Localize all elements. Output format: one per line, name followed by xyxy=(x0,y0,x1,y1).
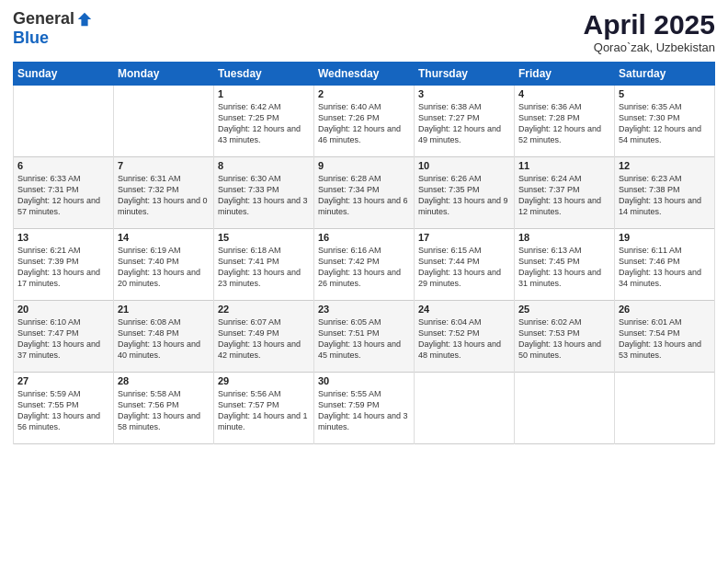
day-number: 11 xyxy=(518,160,610,171)
day-number: 15 xyxy=(218,232,310,243)
cell-content: Sunrise: 6:07 AM Sunset: 7:49 PM Dayligh… xyxy=(218,316,310,362)
cell-content: Sunrise: 5:59 AM Sunset: 7:55 PM Dayligh… xyxy=(17,388,109,433)
main-title: April 2025 xyxy=(584,9,715,40)
cell-1-5: 3Sunrise: 6:38 AM Sunset: 7:27 PM Daylig… xyxy=(415,86,515,157)
cell-5-4: 30Sunrise: 5:55 AM Sunset: 7:59 PM Dayli… xyxy=(314,373,415,444)
header-row: Sunday Monday Tuesday Wednesday Thursday… xyxy=(14,63,715,86)
day-number: 3 xyxy=(418,88,510,99)
day-number: 9 xyxy=(318,160,410,171)
cell-3-2: 14Sunrise: 6:19 AM Sunset: 7:40 PM Dayli… xyxy=(114,229,214,301)
day-number: 17 xyxy=(418,232,510,243)
cell-2-4: 9Sunrise: 6:28 AM Sunset: 7:34 PM Daylig… xyxy=(314,157,415,229)
cell-4-2: 21Sunrise: 6:08 AM Sunset: 7:48 PM Dayli… xyxy=(114,301,214,373)
cell-content: Sunrise: 6:30 AM Sunset: 7:33 PM Dayligh… xyxy=(218,173,310,218)
day-number: 25 xyxy=(518,304,610,315)
cell-content: Sunrise: 6:26 AM Sunset: 7:35 PM Dayligh… xyxy=(418,173,510,218)
day-number: 6 xyxy=(17,160,109,171)
day-number: 30 xyxy=(318,375,410,386)
week-row-4: 20Sunrise: 6:10 AM Sunset: 7:47 PM Dayli… xyxy=(14,301,715,373)
cell-content: Sunrise: 6:18 AM Sunset: 7:41 PM Dayligh… xyxy=(218,245,310,290)
cell-4-6: 25Sunrise: 6:02 AM Sunset: 7:53 PM Dayli… xyxy=(515,301,615,373)
day-number: 23 xyxy=(318,304,410,315)
cell-content: Sunrise: 6:38 AM Sunset: 7:27 PM Dayligh… xyxy=(418,101,510,146)
week-row-5: 27Sunrise: 5:59 AM Sunset: 7:55 PM Dayli… xyxy=(14,373,715,444)
cell-4-4: 23Sunrise: 6:05 AM Sunset: 7:51 PM Dayli… xyxy=(314,301,415,373)
title-block: April 2025 Qorao`zak, Uzbekistan xyxy=(584,9,715,54)
cell-1-6: 4Sunrise: 6:36 AM Sunset: 7:28 PM Daylig… xyxy=(515,86,615,157)
day-number: 13 xyxy=(17,232,109,243)
col-friday: Friday xyxy=(515,63,615,86)
col-wednesday: Wednesday xyxy=(314,63,415,86)
logo-blue: Blue xyxy=(13,29,49,48)
cell-content: Sunrise: 6:31 AM Sunset: 7:32 PM Dayligh… xyxy=(118,173,210,218)
week-row-2: 6Sunrise: 6:33 AM Sunset: 7:31 PM Daylig… xyxy=(14,157,715,229)
cell-content: Sunrise: 6:05 AM Sunset: 7:51 PM Dayligh… xyxy=(318,316,410,362)
week-row-1: 1Sunrise: 6:42 AM Sunset: 7:25 PM Daylig… xyxy=(14,86,715,157)
calendar-table: Sunday Monday Tuesday Wednesday Thursday… xyxy=(13,62,715,444)
cell-5-5 xyxy=(415,373,515,444)
day-number: 19 xyxy=(619,232,711,243)
cell-content: Sunrise: 6:24 AM Sunset: 7:37 PM Dayligh… xyxy=(518,173,610,218)
svg-marker-0 xyxy=(78,12,91,25)
cell-content: Sunrise: 6:01 AM Sunset: 7:54 PM Dayligh… xyxy=(619,316,711,362)
day-number: 20 xyxy=(17,304,109,315)
cell-2-5: 10Sunrise: 6:26 AM Sunset: 7:35 PM Dayli… xyxy=(415,157,515,229)
cell-4-1: 20Sunrise: 6:10 AM Sunset: 7:47 PM Dayli… xyxy=(14,301,114,373)
cell-3-5: 17Sunrise: 6:15 AM Sunset: 7:44 PM Dayli… xyxy=(415,229,515,301)
day-number: 26 xyxy=(619,304,711,315)
day-number: 4 xyxy=(518,88,610,99)
day-number: 18 xyxy=(518,232,610,243)
cell-content: Sunrise: 6:40 AM Sunset: 7:26 PM Dayligh… xyxy=(318,101,410,146)
subtitle: Qorao`zak, Uzbekistan xyxy=(584,40,715,54)
cell-4-5: 24Sunrise: 6:04 AM Sunset: 7:52 PM Dayli… xyxy=(415,301,515,373)
logo-general: General xyxy=(13,9,74,29)
cell-5-2: 28Sunrise: 5:58 AM Sunset: 7:56 PM Dayli… xyxy=(114,373,214,444)
day-number: 5 xyxy=(619,88,711,99)
cell-content: Sunrise: 6:33 AM Sunset: 7:31 PM Dayligh… xyxy=(17,173,109,218)
cell-2-2: 7Sunrise: 6:31 AM Sunset: 7:32 PM Daylig… xyxy=(114,157,214,229)
cell-content: Sunrise: 5:55 AM Sunset: 7:59 PM Dayligh… xyxy=(318,388,410,433)
cell-2-7: 12Sunrise: 6:23 AM Sunset: 7:38 PM Dayli… xyxy=(615,157,715,229)
cell-3-6: 18Sunrise: 6:13 AM Sunset: 7:45 PM Dayli… xyxy=(515,229,615,301)
col-tuesday: Tuesday xyxy=(214,63,314,86)
day-number: 14 xyxy=(118,232,210,243)
cell-content: Sunrise: 6:36 AM Sunset: 7:28 PM Dayligh… xyxy=(518,101,610,146)
cell-5-6 xyxy=(515,373,615,444)
cell-3-1: 13Sunrise: 6:21 AM Sunset: 7:39 PM Dayli… xyxy=(14,229,114,301)
cell-content: Sunrise: 6:42 AM Sunset: 7:25 PM Dayligh… xyxy=(218,101,310,146)
day-number: 7 xyxy=(118,160,210,171)
cell-content: Sunrise: 6:35 AM Sunset: 7:30 PM Dayligh… xyxy=(619,101,711,146)
col-thursday: Thursday xyxy=(415,63,515,86)
day-number: 21 xyxy=(118,304,210,315)
day-number: 16 xyxy=(318,232,410,243)
cell-content: Sunrise: 6:16 AM Sunset: 7:42 PM Dayligh… xyxy=(318,245,410,290)
cell-2-6: 11Sunrise: 6:24 AM Sunset: 7:37 PM Dayli… xyxy=(515,157,615,229)
day-number: 8 xyxy=(218,160,310,171)
day-number: 27 xyxy=(17,375,109,386)
cell-content: Sunrise: 6:10 AM Sunset: 7:47 PM Dayligh… xyxy=(17,316,109,362)
cell-1-3: 1Sunrise: 6:42 AM Sunset: 7:25 PM Daylig… xyxy=(214,86,314,157)
logo-icon xyxy=(76,11,93,28)
day-number: 28 xyxy=(118,375,210,386)
cell-5-3: 29Sunrise: 5:56 AM Sunset: 7:57 PM Dayli… xyxy=(214,373,314,444)
col-saturday: Saturday xyxy=(615,63,715,86)
cell-content: Sunrise: 6:13 AM Sunset: 7:45 PM Dayligh… xyxy=(518,245,610,290)
cell-3-7: 19Sunrise: 6:11 AM Sunset: 7:46 PM Dayli… xyxy=(615,229,715,301)
day-number: 12 xyxy=(619,160,711,171)
day-number: 1 xyxy=(218,88,310,99)
cell-1-2 xyxy=(114,86,214,157)
cell-5-7 xyxy=(615,373,715,444)
cell-4-3: 22Sunrise: 6:07 AM Sunset: 7:49 PM Dayli… xyxy=(214,301,314,373)
logo: General Blue xyxy=(13,9,93,48)
cell-1-1 xyxy=(14,86,114,157)
cell-content: Sunrise: 6:11 AM Sunset: 7:46 PM Dayligh… xyxy=(619,245,711,290)
cell-1-4: 2Sunrise: 6:40 AM Sunset: 7:26 PM Daylig… xyxy=(314,86,415,157)
day-number: 2 xyxy=(318,88,410,99)
cell-3-3: 15Sunrise: 6:18 AM Sunset: 7:41 PM Dayli… xyxy=(214,229,314,301)
week-row-3: 13Sunrise: 6:21 AM Sunset: 7:39 PM Dayli… xyxy=(14,229,715,301)
cell-content: Sunrise: 6:08 AM Sunset: 7:48 PM Dayligh… xyxy=(118,316,210,362)
cell-content: Sunrise: 6:28 AM Sunset: 7:34 PM Dayligh… xyxy=(318,173,410,218)
page: General Blue April 2025 Qorao`zak, Uzbek… xyxy=(0,0,728,563)
cell-2-3: 8Sunrise: 6:30 AM Sunset: 7:33 PM Daylig… xyxy=(214,157,314,229)
header: General Blue April 2025 Qorao`zak, Uzbek… xyxy=(13,9,715,54)
